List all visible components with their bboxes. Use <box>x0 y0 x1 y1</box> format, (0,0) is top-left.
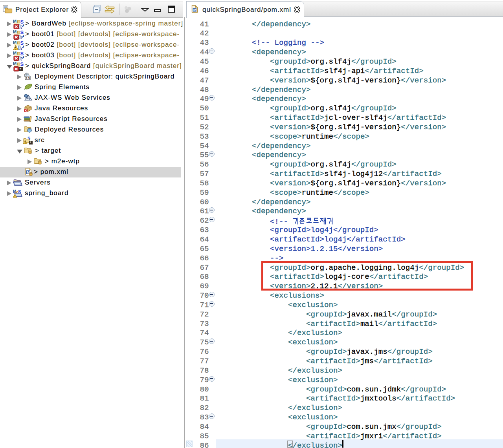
svg-text:*: * <box>20 67 22 72</box>
svg-text:M: M <box>13 51 17 55</box>
svg-text:M: M <box>13 61 17 66</box>
svg-text:M: M <box>13 19 17 24</box>
svg-text:?: ? <box>20 24 23 29</box>
svg-text:2.5: 2.5 <box>26 77 30 80</box>
svg-text:M: M <box>193 7 196 12</box>
svg-text:M: M <box>13 29 17 34</box>
svg-text:*: * <box>30 141 31 144</box>
svg-text:M: M <box>13 40 17 45</box>
svg-text:?: ? <box>20 56 23 61</box>
svg-text:?: ? <box>20 45 23 50</box>
svg-text:?: ? <box>20 35 23 40</box>
svg-text:S: S <box>20 61 24 67</box>
